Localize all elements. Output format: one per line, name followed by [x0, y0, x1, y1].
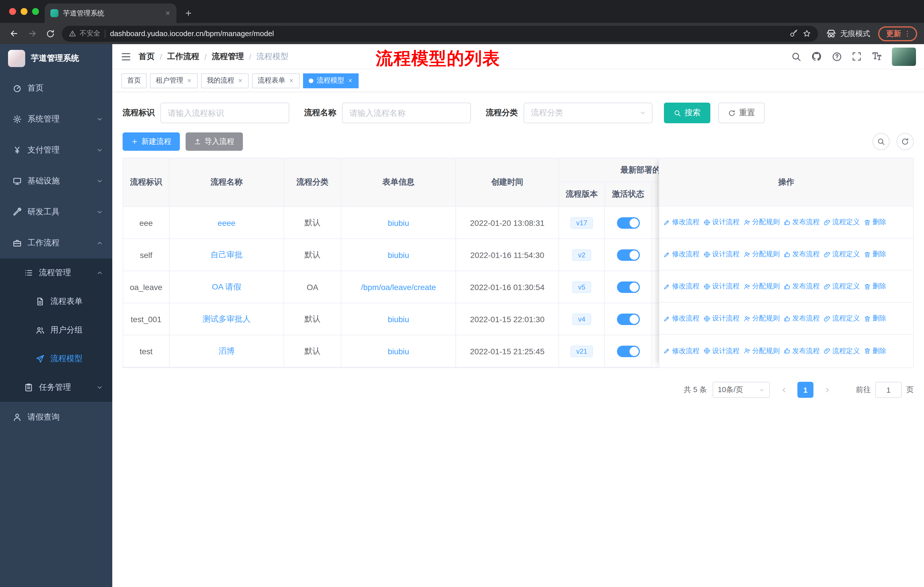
publish-process-link[interactable]: 发布流程	[784, 346, 820, 356]
new-tab-button[interactable]	[185, 9, 193, 17]
process-name-link[interactable]: 滔博	[219, 346, 234, 356]
sidebar-item-user-group[interactable]: 用户分组	[0, 316, 112, 344]
next-page-button[interactable]	[819, 382, 835, 398]
close-window-button[interactable]	[9, 8, 16, 15]
category-select[interactable]: 流程分类	[523, 103, 652, 123]
sidebar-item-process-mgmt[interactable]: 流程管理	[0, 258, 112, 287]
refresh-table-button[interactable]	[896, 133, 914, 150]
sidebar-item-leave-query[interactable]: 请假查询	[0, 402, 112, 433]
modify-process-link[interactable]: 修改流程	[663, 281, 700, 291]
breadcrumb-workflow[interactable]: 工作流程	[167, 51, 200, 62]
browser-menu-icon[interactable]	[903, 30, 911, 38]
process-name-input[interactable]	[342, 103, 471, 123]
breadcrumb-process-mgmt[interactable]: 流程管理	[212, 51, 244, 62]
modify-process-link[interactable]: 修改流程	[663, 217, 700, 227]
sidebar-item-task-mgmt[interactable]: 任务管理	[0, 373, 112, 402]
sidebar-item-process-model[interactable]: 流程模型	[0, 344, 112, 373]
create-process-button[interactable]: 新建流程	[122, 132, 180, 151]
close-icon[interactable]	[187, 78, 192, 83]
process-definition-link[interactable]: 流程定义	[824, 250, 860, 259]
process-id-input[interactable]	[160, 103, 289, 123]
tag-tenant[interactable]: 租户管理	[150, 73, 198, 88]
design-process-link[interactable]: 设计流程	[703, 346, 739, 356]
fullscreen-icon[interactable]	[852, 51, 861, 61]
design-process-link[interactable]: 设计流程	[703, 217, 739, 227]
form-info-link[interactable]: biubiu	[388, 347, 409, 356]
design-process-link[interactable]: 设计流程	[703, 281, 739, 291]
modify-process-link[interactable]: 修改流程	[663, 250, 700, 259]
process-definition-link[interactable]: 流程定义	[824, 346, 860, 356]
toggle-search-button[interactable]	[873, 133, 889, 150]
minimize-window-button[interactable]	[21, 8, 28, 15]
modify-process-link[interactable]: 修改流程	[663, 314, 700, 323]
close-icon[interactable]	[348, 78, 353, 83]
sidebar-item-infra[interactable]: 基础设施	[0, 166, 112, 197]
modify-process-link[interactable]: 修改流程	[663, 346, 700, 356]
font-size-icon[interactable]	[871, 51, 882, 62]
update-chip[interactable]: 更新	[878, 26, 917, 41]
active-toggle[interactable]	[617, 249, 640, 261]
assign-rule-link[interactable]: 分配规则	[744, 250, 780, 259]
security-indicator[interactable]: 不安全	[69, 29, 100, 38]
active-toggle[interactable]	[617, 346, 640, 357]
form-info-link[interactable]: /bpm/oa/leave/create	[361, 282, 436, 291]
tag-process-form[interactable]: 流程表单	[252, 73, 300, 88]
tab-close-icon[interactable]	[165, 10, 171, 16]
publish-process-link[interactable]: 发布流程	[784, 281, 820, 291]
hamburger-icon[interactable]	[120, 51, 132, 62]
page-size-select[interactable]: 10条/页	[713, 382, 770, 398]
search-icon[interactable]	[791, 51, 802, 62]
assign-rule-link[interactable]: 分配规则	[744, 346, 780, 356]
avatar[interactable]	[892, 47, 916, 66]
active-toggle[interactable]	[617, 281, 640, 293]
form-info-link[interactable]: biubiu	[388, 314, 409, 324]
delete-link[interactable]: 删除	[864, 250, 886, 259]
url-text[interactable]: dashboard.yudao.iocoder.cn/bpm/manager/m…	[110, 29, 785, 38]
sidebar-item-process-form[interactable]: 流程表单	[0, 287, 112, 316]
process-definition-link[interactable]: 流程定义	[824, 281, 860, 291]
publish-process-link[interactable]: 发布流程	[784, 217, 820, 227]
sidebar-item-workflow[interactable]: 工作流程	[0, 228, 112, 258]
process-name-link[interactable]: 测试多审批人	[203, 314, 251, 324]
process-definition-link[interactable]: 流程定义	[824, 217, 860, 227]
sidebar-item-home[interactable]: 首页	[0, 73, 112, 104]
delete-link[interactable]: 删除	[864, 217, 886, 227]
forward-button[interactable]	[25, 26, 39, 40]
sidebar-item-devtools[interactable]: 研发工具	[0, 197, 112, 228]
bookmark-star-icon[interactable]	[803, 29, 811, 38]
delete-link[interactable]: 删除	[864, 314, 886, 323]
design-process-link[interactable]: 设计流程	[703, 314, 739, 323]
password-key-icon[interactable]	[789, 29, 798, 38]
close-icon[interactable]	[238, 78, 243, 83]
reload-button[interactable]	[43, 26, 57, 40]
delete-link[interactable]: 删除	[864, 346, 886, 356]
back-button[interactable]	[7, 26, 21, 40]
sidebar-item-payment[interactable]: 支付管理	[0, 135, 112, 166]
publish-process-link[interactable]: 发布流程	[784, 250, 820, 259]
reset-button[interactable]: 重置	[718, 103, 765, 123]
search-button[interactable]: 搜索	[664, 103, 710, 123]
question-icon[interactable]	[832, 51, 842, 62]
assign-rule-link[interactable]: 分配规则	[744, 217, 780, 227]
publish-process-link[interactable]: 发布流程	[784, 314, 820, 323]
process-definition-link[interactable]: 流程定义	[824, 314, 860, 323]
github-icon[interactable]	[811, 51, 822, 62]
process-name-link[interactable]: eeee	[218, 218, 236, 227]
tag-my-process[interactable]: 我的流程	[201, 73, 249, 88]
active-toggle[interactable]	[617, 313, 640, 325]
assign-rule-link[interactable]: 分配规则	[744, 281, 780, 291]
current-page-button[interactable]: 1	[797, 382, 813, 398]
form-info-link[interactable]: biubiu	[388, 218, 409, 227]
tag-process-model[interactable]: 流程模型	[303, 73, 359, 88]
goto-page-input[interactable]	[875, 382, 902, 398]
process-name-link[interactable]: OA 请假	[212, 282, 241, 292]
breadcrumb-home[interactable]: 首页	[139, 51, 155, 62]
address-bar[interactable]: 不安全 dashboard.yudao.iocoder.cn/bpm/manag…	[62, 25, 818, 41]
process-name-link[interactable]: 自己审批	[211, 250, 243, 260]
zoom-window-button[interactable]	[32, 8, 39, 15]
active-toggle[interactable]	[617, 217, 640, 228]
delete-link[interactable]: 删除	[864, 281, 886, 291]
form-info-link[interactable]: biubiu	[388, 250, 409, 260]
sidebar-item-system[interactable]: 系统管理	[0, 104, 112, 135]
import-process-button[interactable]: 导入流程	[186, 132, 243, 151]
